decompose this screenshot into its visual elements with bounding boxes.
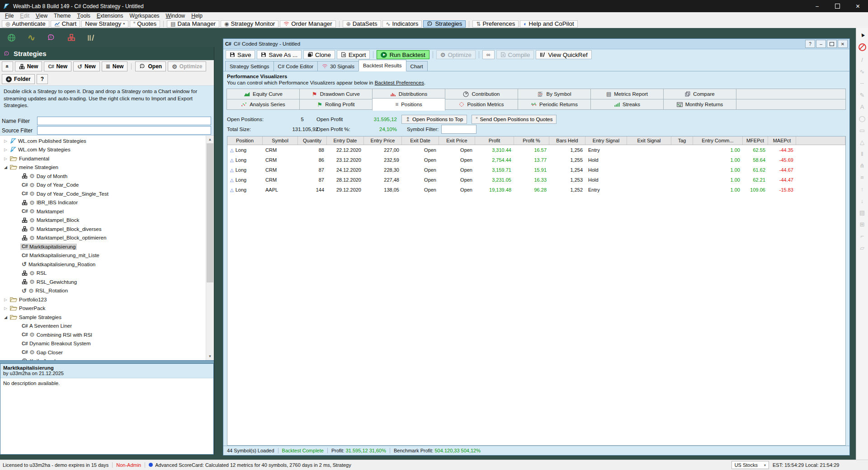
new-metastrategy-button[interactable]: ≣New [102, 61, 128, 71]
window-minimize-button[interactable]: – [816, 40, 826, 48]
tree-item[interactable]: C#⚙Day of Year_Code [0, 181, 206, 190]
visualizer-tab-rolling-profit[interactable]: ⚑Rolling Profit [299, 99, 373, 110]
column-header-entry-comm-[interactable]: Entry Comm... [693, 136, 743, 145]
name-filter-input[interactable] [37, 117, 211, 125]
menu-help[interactable]: Help [188, 12, 206, 19]
chart-button[interactable]: Chart [51, 20, 80, 28]
order-manager-button[interactable]: Order Manager [280, 20, 335, 28]
tree-item[interactable]: C#Marktkapitalisierung_mit_Liste [0, 251, 206, 260]
measure-icon[interactable]: ⌐ [860, 233, 864, 239]
column-header-exit-price[interactable]: Exit Price [439, 136, 475, 145]
optimize-button[interactable]: ⚙Optimize [168, 61, 206, 71]
menu-extensions[interactable]: Extensions [94, 12, 127, 19]
new-block-strategy-button[interactable]: New [15, 61, 42, 71]
export-button[interactable]: Export [337, 50, 370, 59]
pointer-icon[interactable]: ▲ [858, 31, 866, 39]
run-backtest-button[interactable]: ▶Run Backtest [377, 50, 429, 59]
wave-icon[interactable]: ∿ [28, 33, 35, 42]
blocks-icon[interactable] [67, 33, 75, 42]
tree-item[interactable]: ⚙Day of Month [0, 172, 206, 181]
tree-item[interactable]: ↺Marktkapitalisierung_Roation [0, 260, 206, 269]
open-positions-to-top-button[interactable]: ↥Open Positions to Top [401, 115, 467, 124]
tree-item[interactable]: ↺⚙RSL_Rotation [0, 287, 206, 296]
parallel-channel-icon[interactable]: ‖ [861, 151, 863, 157]
column-header-exit-date[interactable]: Exit Date [402, 136, 439, 145]
pitchfork-icon[interactable]: ⋔ [860, 163, 865, 169]
visualizer-tab-drawdown-curve[interactable]: ⚑Drawdown Curve [299, 89, 373, 99]
column-header-entry-date[interactable]: Entry Date [327, 136, 364, 145]
new-strategy-button[interactable]: New Strategy▾ [81, 20, 128, 28]
visualizer-tab-streaks[interactable]: Streaks [590, 99, 664, 110]
strategy-window-titlebar[interactable]: C# C# Coded Strategy - Untitled ? – ✕ [223, 39, 849, 49]
market-selector[interactable]: US Stocks ▾ [731, 461, 769, 469]
visualizer-tab-equity-curve[interactable]: Equity Curve [226, 89, 300, 99]
clone-button[interactable]: Clone [303, 50, 335, 59]
menu-file[interactable]: File [2, 12, 17, 19]
source-filter-input[interactable] [37, 126, 211, 135]
arrow-up-icon[interactable]: ↑ [861, 186, 864, 192]
datasets-button[interactable]: ⊕DataSets [343, 20, 381, 28]
visualizer-tab-analysis-series[interactable]: Analysis Series [226, 99, 300, 110]
text-icon[interactable]: A [860, 104, 864, 110]
globe-icon[interactable] [7, 33, 16, 42]
rectangle-icon[interactable]: ▭ [859, 127, 865, 133]
collapsed-expander-icon[interactable]: ▷ [3, 297, 9, 302]
backtest-preferences-link[interactable]: Backtest Preferences [375, 80, 424, 85]
view-quickref-button[interactable]: View QuickRef [536, 50, 591, 59]
collapse-all-button[interactable]: « [2, 61, 13, 71]
tree-item[interactable]: ▷Fundamental [0, 154, 206, 163]
column-header-exit-signal[interactable]: Exit Signal [627, 136, 671, 145]
tree-item[interactable]: C#Dynamic Breakout System [0, 339, 206, 348]
pen-icon[interactable]: ✎ [860, 92, 865, 98]
scroll-down-arrow-icon[interactable]: ▼ [206, 352, 214, 360]
trendline-icon[interactable]: / [861, 57, 863, 63]
triangle-icon[interactable]: △ [860, 139, 864, 145]
save-as-button[interactable]: Save As ... [257, 50, 302, 59]
strategy-monitor-button[interactable]: ◉Strategy Monitor [221, 20, 278, 28]
tree-item[interactable]: C#⚙Day of Year_Code_Single_Test [0, 189, 206, 198]
expanded-expander-icon[interactable]: ◢ [3, 165, 9, 169]
window-help-button[interactable]: ? [805, 40, 815, 48]
table-row[interactable]: △LongCRM8728.12.2020227,48OpenOpen3,231.… [227, 175, 845, 185]
window-close-button[interactable]: ✕ [838, 40, 848, 48]
visualizer-tab-monthly-returns[interactable]: Monthly Returns [663, 99, 736, 110]
collapsed-expander-icon[interactable]: ▷ [3, 306, 9, 310]
send-open-positions-to-quotes-button[interactable]: “Send Open Positions to Quotes [472, 115, 557, 124]
visualizer-tab-by-symbol[interactable]: ABCDEFBy Symbol [518, 89, 591, 99]
link-button[interactable]: ∞ [482, 50, 495, 59]
visualizer-tab-periodic-returns[interactable]: Periodic Returns [518, 99, 591, 110]
menu-view[interactable]: View [33, 12, 51, 19]
tab-chart[interactable]: Chart [406, 61, 428, 71]
data-manager-button[interactable]: ▤Data Manager [167, 20, 219, 28]
strategies-button[interactable]: Strategies [423, 20, 466, 28]
column-header-entry-signal[interactable]: Entry Signal [585, 136, 627, 145]
books-icon[interactable] [87, 34, 95, 42]
tree-item[interactable]: ⚙Marktampel_Block_optimieren [0, 234, 206, 243]
tree-item[interactable]: ▷WL.com My Strategies [0, 146, 206, 155]
save-button[interactable]: Save [226, 50, 255, 59]
optimize-button[interactable]: ⚙Optimize [436, 50, 476, 59]
visualizer-tab-position-metrics[interactable]: Position Metrics [445, 99, 518, 110]
panel-splitter[interactable] [0, 360, 214, 363]
tree-item[interactable]: ◢meine Strategien [0, 163, 206, 172]
new-rotation-strategy-button[interactable]: ↺New [73, 61, 100, 71]
column-header-entry-price[interactable]: Entry Price [364, 136, 402, 145]
collapsed-expander-icon[interactable]: ▷ [3, 139, 9, 143]
quotes-button[interactable]: “Quotes [130, 20, 160, 28]
authenticate-button[interactable]: ◎Authenticate [2, 20, 49, 28]
eraser-icon[interactable]: ▱ [860, 245, 864, 251]
visualizer-tab-metrics-report[interactable]: ▤Metrics Report [590, 89, 664, 99]
scrollbar-thumb[interactable] [207, 143, 213, 282]
column-header-profit[interactable]: Profit [475, 136, 514, 145]
arrow-down-icon[interactable]: ↓ [861, 198, 864, 204]
tree-item[interactable]: ⚙RSL [0, 269, 206, 278]
tab-backtest-results[interactable]: Backtest Results [359, 60, 406, 71]
scroll-up-arrow-icon[interactable]: ▲ [206, 136, 214, 143]
column-header-maepct[interactable]: MAEPct [768, 136, 796, 145]
collapsed-expander-icon[interactable]: ▷ [3, 147, 9, 152]
column-header-symbol[interactable]: Symbol [263, 136, 298, 145]
new-csharp-strategy-button[interactable]: C#New [44, 61, 71, 71]
column-header-quantity[interactable]: Quantity [298, 136, 327, 145]
table-row[interactable]: △LongAAPL14429.12.2020138,05OpenOpen19,1… [227, 185, 845, 195]
help-and-copilot-button[interactable]: ◐Help and CoPilot [520, 20, 577, 28]
